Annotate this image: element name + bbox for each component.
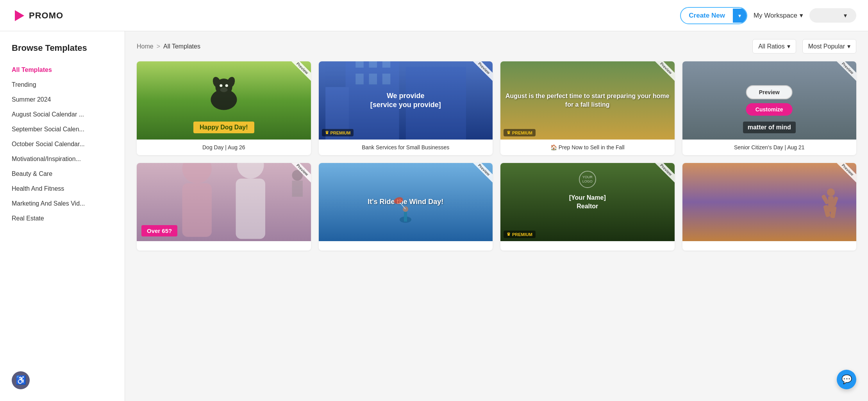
sidebar: Browse Templates All Templates Trending …	[0, 31, 125, 401]
svg-line-26	[400, 202, 405, 209]
template-card-dog-day[interactable]: Preview Happy Dog Day!	[137, 61, 311, 155]
sidebar-item-real-estate[interactable]: Real Estate	[12, 211, 125, 226]
logo: PROMO	[12, 9, 63, 23]
senior-customize-button[interactable]: Customize	[746, 103, 793, 116]
svg-point-5	[220, 84, 222, 87]
template-card-prep-sell[interactable]: Preview August is the perfect time to st…	[500, 61, 675, 155]
header: PROMO Create New ▾ My Workspace ▾ ▾	[0, 0, 868, 31]
template-grid: Preview Happy Dog Day!	[137, 61, 856, 251]
dog-day-text: Happy Dog Day!	[193, 122, 254, 133]
template-card-senior[interactable]: Preview Age is a Preview Customize matte…	[682, 61, 857, 155]
template-caption-senior: Senior Citizen's Day | Aug 21	[682, 140, 857, 155]
crown-icon: ♛	[325, 130, 329, 135]
filters: All Ratios ▾ Most Popular ▾	[752, 39, 856, 54]
template-card-runners[interactable]: Preview	[682, 163, 857, 251]
template-caption-healthcare	[137, 241, 311, 251]
bank-main-text: We provide[service you provide]	[366, 88, 445, 114]
svg-rect-15	[369, 73, 377, 84]
svg-rect-18	[182, 183, 212, 237]
preview-ribbon-wind: Preview	[471, 163, 493, 183]
content-area: Home > All Templates All Ratios ▾ Most P…	[125, 31, 868, 401]
sidebar-item-summer-2024[interactable]: Summer 2024	[12, 92, 125, 107]
breadcrumb-current: All Templates	[163, 43, 200, 50]
template-caption-wind	[319, 241, 493, 251]
sidebar-item-september-social[interactable]: September Social Calen...	[12, 122, 125, 137]
all-ratios-chevron-icon: ▾	[787, 43, 790, 50]
most-popular-label: Most Popular	[808, 43, 845, 50]
svg-rect-11	[355, 61, 364, 68]
svg-point-27	[394, 196, 404, 205]
template-caption-dog: Dog Day | Aug 26	[137, 140, 311, 155]
template-caption-realtor	[500, 241, 675, 251]
sidebar-item-all-templates[interactable]: All Templates	[12, 63, 125, 77]
sidebar-item-beauty-care[interactable]: Beauty & Care	[12, 166, 125, 181]
preview-ribbon-runners: Preview	[834, 163, 856, 183]
profile-button[interactable]: ▾	[809, 8, 856, 23]
template-img-prep: Preview August is the perfect time to st…	[500, 61, 675, 140]
svg-point-19	[237, 163, 264, 179]
preview-ribbon-senior: Preview	[834, 61, 856, 81]
logo-icon	[12, 9, 26, 23]
template-img-wind: Preview It's Ride the Wind Day!	[319, 163, 493, 241]
senior-overlay-buttons: Preview Customize	[746, 85, 793, 116]
sidebar-item-october-social[interactable]: October Social Calendar...	[12, 137, 125, 152]
sidebar-item-august-social[interactable]: August Social Calendar ...	[12, 107, 125, 122]
svg-rect-16	[382, 73, 390, 84]
svg-rect-20	[236, 179, 265, 239]
senior-main-text: matter of mind	[743, 122, 796, 133]
svg-marker-0	[15, 10, 24, 21]
template-card-wind[interactable]: Preview It's Ride the Wind Day!	[319, 163, 493, 251]
realtor-premium-badge: ♛ PREMIUM	[504, 231, 536, 238]
profile-chevron-icon: ▾	[844, 12, 847, 19]
all-ratios-label: All Ratios	[758, 43, 785, 50]
template-card-bank[interactable]: Preview	[319, 61, 493, 155]
breadcrumb-home[interactable]: Home	[137, 43, 154, 50]
sidebar-item-health-fitness[interactable]: Health And Fitness	[12, 181, 125, 196]
accessibility-button[interactable]: ♿	[12, 371, 30, 389]
svg-rect-24	[404, 212, 407, 222]
svg-point-17	[182, 163, 212, 183]
senior-preview-button[interactable]: Preview	[746, 85, 793, 99]
all-ratios-filter[interactable]: All Ratios ▾	[752, 39, 796, 54]
breadcrumb-separator: >	[157, 43, 160, 50]
crown-icon-3: ♛	[507, 232, 511, 237]
preview-ribbon-dog: Preview	[289, 61, 311, 81]
logo-text: PROMO	[29, 11, 63, 21]
top-bar: Home > All Templates All Ratios ▾ Most P…	[137, 39, 856, 54]
template-caption-prep: 🏠 Prep Now to Sell in the Fall	[500, 140, 675, 155]
svg-rect-22	[292, 181, 303, 197]
workspace-button[interactable]: My Workspace ▾	[754, 11, 803, 20]
create-new-button[interactable]: Create New ▾	[680, 7, 747, 24]
svg-point-6	[225, 84, 228, 87]
accessibility-icon: ♿	[16, 375, 26, 385]
bank-premium-badge: ♛ PREMIUM	[322, 129, 354, 136]
sidebar-item-marketing-sales[interactable]: Marketing And Sales Vid...	[12, 196, 125, 211]
preview-ribbon-realtor: Preview	[653, 163, 675, 183]
header-right: Create New ▾ My Workspace ▾ ▾	[680, 7, 856, 24]
chat-icon: 💬	[841, 374, 852, 385]
workspace-label: My Workspace	[754, 12, 797, 20]
prep-main-text: August is the perfect time to start prep…	[500, 88, 675, 113]
prep-premium-badge: ♛ PREMIUM	[504, 129, 536, 136]
create-new-chevron[interactable]: ▾	[733, 9, 747, 23]
template-card-realtor[interactable]: Preview YOURLOGO [Your Name]Realtor ♛ PR…	[500, 163, 675, 251]
chat-button[interactable]: 💬	[837, 370, 856, 389]
svg-point-28	[827, 188, 835, 196]
template-img-runners: Preview	[682, 163, 857, 241]
template-img-senior: Preview Age is a Preview Customize matte…	[682, 61, 857, 140]
svg-point-7	[220, 88, 227, 92]
svg-rect-12	[369, 61, 377, 68]
main-layout: Browse Templates All Templates Trending …	[0, 31, 868, 401]
sidebar-item-motivational[interactable]: Motivational/Inspiration...	[12, 152, 125, 166]
sidebar-item-trending[interactable]: Trending	[12, 77, 125, 92]
template-caption-bank: Bank Services for Small Businesses	[319, 140, 493, 155]
template-caption-runners	[682, 241, 857, 251]
profile-label	[816, 11, 841, 20]
create-new-label: Create New	[681, 8, 733, 23]
workspace-chevron-icon: ▾	[800, 11, 803, 20]
sidebar-title: Browse Templates	[12, 43, 125, 53]
crown-icon-2: ♛	[507, 130, 511, 135]
most-popular-filter[interactable]: Most Popular ▾	[802, 39, 856, 54]
template-card-healthcare[interactable]: Preview Over 65?	[137, 163, 311, 251]
preview-ribbon-prep: Preview	[653, 61, 675, 81]
